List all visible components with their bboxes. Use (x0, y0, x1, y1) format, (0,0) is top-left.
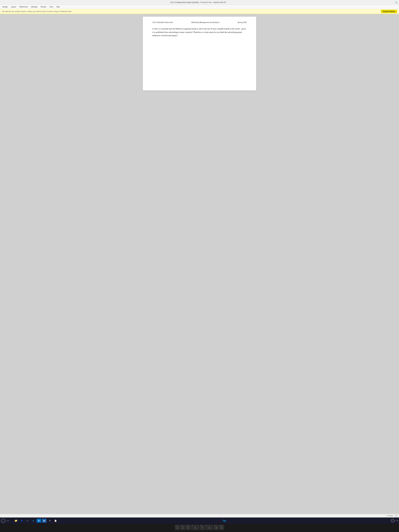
taskbar-search-area: ○ (1, 519, 13, 523)
fn-label-f3: f3 (176, 525, 177, 526)
title-bar-text: Ch11 Creating brand equity m[1u661] - Pr… (2, 1, 395, 3)
hp-logo: hp (223, 519, 226, 522)
key-3[interactable]: f3 # 3 (175, 525, 180, 530)
doc-header-left: Ch11 individual homework1 (152, 21, 173, 24)
menu-item-view[interactable]: View (48, 5, 54, 8)
focus-area: ▢ Focus ▦ (0, 514, 399, 518)
keyboard-row-top: f3 # 3 f4 $ 4 f5 % 5 f6 ^ 6 f7 & 7 f8 * … (2, 525, 397, 530)
taskbar-edge-icon[interactable]: e (31, 518, 36, 523)
taskbar-right: ? ^ ≡ (391, 519, 398, 522)
key-bot-5: 5 (188, 527, 189, 529)
doc-header-right: Spring 2020 (238, 21, 247, 24)
saved-label: - Saved to this PC (212, 1, 226, 3)
taskbar: ○ 📁 ❖ ∞ e P W ✉ 📋 hp ? ^ ≡ (0, 518, 399, 524)
taskbar-word-button[interactable]: W (42, 519, 46, 523)
taskbar-help-button[interactable]: ? (391, 519, 394, 522)
menu-item-mailings[interactable]: Mailings (30, 5, 39, 8)
taskbar-note-icon[interactable]: 📋 (53, 518, 58, 523)
menu-item-layout[interactable]: Layout (10, 5, 17, 8)
enable-editing-button[interactable]: Enable Editing (381, 10, 397, 13)
focus-icon: ▢ (386, 515, 388, 517)
taskbar-folder-icon[interactable]: 📁 (13, 518, 19, 523)
question-number: 4. (152, 28, 154, 30)
key-5[interactable]: f5 % 5 (186, 525, 191, 530)
view-toggle-icon: ▦ (396, 515, 397, 516)
menu-item-references[interactable]: References (18, 5, 29, 8)
protected-bar-message: the Internet can contain viruses. Unless… (2, 10, 380, 13)
taskbar-search-input[interactable] (6, 520, 13, 522)
key-0[interactable]: f10 ) 0 (219, 525, 224, 530)
document-header: Ch11 individual homework1 Marketing Mana… (152, 21, 247, 24)
focus-button[interactable]: ▢ Focus (386, 515, 394, 517)
protected-view-label: Protected View (200, 1, 212, 3)
taskbar-mail-icon[interactable]: ✉ (47, 518, 52, 523)
focus-label: Focus (389, 515, 393, 517)
key-bot-9: 9 (216, 527, 217, 529)
menu-item-design[interactable]: Design (1, 5, 9, 8)
key-bot-7: 7 (202, 527, 203, 529)
menu-bar: Design Layout References Mailings Review… (0, 5, 399, 9)
taskbar-powerpoint-button[interactable]: P (37, 519, 41, 523)
fn-label-f8: f8 (206, 525, 207, 526)
document-page: Ch11 individual homework1 Marketing Mana… (143, 17, 256, 90)
key-bot-8: 8 (209, 527, 210, 529)
fn-label-f9: f9 (214, 525, 215, 526)
fn-label-f7: f7 (200, 525, 201, 526)
key-8[interactable]: f8 * 8 (205, 525, 213, 530)
key-bot-0: 0 (221, 527, 222, 529)
view-toggle-button[interactable]: ▦ (395, 515, 397, 517)
fn-label-f6: f6 (192, 525, 193, 526)
key-bot-3: 3 (177, 527, 178, 529)
fn-label-f10: f10 (220, 525, 221, 526)
taskbar-center: hp (59, 519, 390, 522)
key-4[interactable]: f4 $ 4 (181, 525, 185, 530)
doc-header-center: Marketing Management and Analytics (191, 21, 220, 24)
menu-item-help[interactable]: Help (55, 5, 61, 8)
taskbar-infinity-icon[interactable]: ∞ (25, 518, 30, 523)
key-bot-6: 6 (195, 527, 196, 529)
taskbar-chevron-up-icon[interactable]: ^ (395, 520, 396, 522)
fn-label-f5: f5 (186, 525, 187, 526)
taskbar-settings-icon[interactable]: ≡ (397, 519, 398, 522)
document-container: Ch11 individual homework1 Marketing Mana… (0, 14, 399, 518)
menu-item-review[interactable]: Review (39, 5, 48, 8)
question-text: How is it possible that the Marlboro (ci… (152, 28, 246, 37)
key-7[interactable]: f7 & 7 (200, 525, 205, 530)
title-bar: Ch11 Creating brand equity m[1u661] - Pr… (0, 0, 399, 5)
taskbar-word-group: W (42, 519, 46, 523)
question-block-4: 4. How is it possible that the Marlboro … (152, 27, 247, 37)
key-9[interactable]: f9 ( 9 (214, 525, 219, 530)
scroll-area: Ch11 individual homework1 Marketing Mana… (0, 14, 399, 514)
search-icon[interactable]: 🔍 (395, 1, 397, 4)
taskbar-dropbox-icon[interactable]: ❖ (19, 518, 24, 523)
keyboard-area: f3 # 3 f4 $ 4 f5 % 5 f6 ^ 6 f7 & 7 f8 * … (0, 524, 399, 532)
fn-label-f4: f4 (181, 525, 182, 526)
start-button[interactable]: ○ (1, 519, 5, 523)
filename-label: Ch11 Creating brand equity m[1u661] (170, 1, 199, 3)
key-6[interactable]: f6 ^ 6 (191, 525, 199, 530)
taskbar-pp-group: P (37, 519, 41, 523)
key-bot-4: 4 (182, 527, 183, 529)
protected-view-bar: the Internet can contain viruses. Unless… (0, 9, 399, 14)
